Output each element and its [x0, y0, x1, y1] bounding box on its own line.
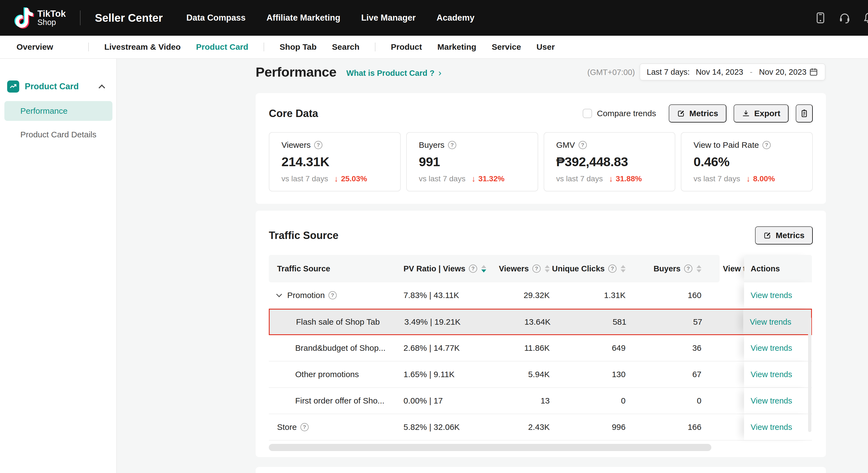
view-trends-link[interactable]: View trends	[751, 344, 792, 353]
buyers-value: 57	[626, 317, 702, 327]
help-icon[interactable]: ?	[469, 265, 477, 273]
tab-product-card[interactable]: Product Card	[196, 42, 248, 52]
top-app-bar: TikTok Shop Seller Center Data Compass A…	[0, 0, 868, 36]
view-trends-link[interactable]: View trends	[751, 423, 792, 432]
metric-label: Viewers	[281, 140, 311, 150]
sort-control[interactable]	[696, 265, 702, 272]
sort-down-icon[interactable]	[696, 269, 702, 272]
buyers-value: 67	[626, 370, 702, 379]
sidebar-section-label: Product Card	[25, 81, 99, 92]
tiktok-shop-logo[interactable]: TikTok Shop	[16, 8, 66, 28]
view-trends-link[interactable]: View trends	[751, 291, 792, 300]
unique-clicks-value: 996	[550, 423, 626, 432]
metrics-button-label: Metrics	[689, 109, 718, 118]
sidebar-item-performance[interactable]: Performance	[4, 101, 113, 121]
tab-livestream-video[interactable]: Livestream & Video	[104, 42, 181, 52]
view-trends-link[interactable]: View trends	[751, 396, 792, 405]
export-button-label: Export	[754, 109, 780, 118]
tiktok-note-icon	[16, 8, 33, 28]
bell-notifications-icon[interactable]	[863, 11, 868, 24]
sidebar-item-product-card-details[interactable]: Product Card Details	[4, 125, 113, 144]
metric-label: View to Paid Rate	[693, 140, 759, 150]
topbar-item-data-compass[interactable]: Data Compass	[186, 13, 245, 23]
sort-down-icon[interactable]	[621, 269, 626, 272]
traffic-source-name: Brand&budget of Shop...	[295, 343, 385, 353]
core-data-title: Core Data	[269, 108, 318, 120]
help-icon[interactable]: ?	[448, 141, 456, 149]
metric-label: GMV	[556, 140, 575, 150]
viewers-value: 13	[502, 396, 550, 405]
view-trends-link[interactable]: View trends	[751, 370, 792, 379]
viewers-value: 11.86K	[502, 343, 550, 353]
tab-shop-tab[interactable]: Shop Tab	[280, 42, 316, 52]
sort-up-icon[interactable]	[696, 265, 702, 268]
help-icon[interactable]: ?	[532, 265, 540, 273]
column-actions: Actions	[744, 255, 812, 282]
down-arrow-icon: ↓	[334, 174, 338, 183]
help-icon[interactable]: ?	[579, 141, 587, 149]
sort-up-icon[interactable]	[621, 265, 626, 268]
table-horizontal-scrollbar[interactable]	[269, 444, 812, 451]
tab-search[interactable]: Search	[332, 42, 360, 52]
vs-label: vs last 7 days	[419, 174, 466, 183]
table-row-store: Store? 5.82% | 32.06K 2.43K 996 166 View…	[269, 414, 812, 441]
metric-card-viewers: Viewers? 214.31K vs last 7 days↓25.03%	[269, 132, 401, 192]
table-vertical-scrollbar[interactable]	[808, 317, 811, 432]
tab-user[interactable]: User	[536, 42, 555, 52]
help-icon[interactable]: ?	[608, 265, 617, 273]
mobile-app-icon[interactable]	[814, 11, 827, 24]
change-percent: 31.88%	[616, 174, 642, 183]
horizontal-scrollbar-thumb[interactable]	[269, 444, 711, 451]
compare-trends-checkbox[interactable]	[583, 109, 592, 118]
help-icon[interactable]: ?	[301, 423, 309, 431]
sort-control[interactable]	[481, 265, 486, 272]
column-unique-clicks: Unique Clicks?	[550, 264, 626, 273]
traffic-source-name: Flash sale of Shop Tab	[296, 317, 380, 327]
unique-clicks-value: 581	[551, 317, 626, 327]
tab-divider	[375, 42, 375, 52]
metric-card-view-to-paid-rate: View to Paid Rate? 0.46% vs last 7 days↓…	[681, 132, 813, 192]
metrics-button-label: Metrics	[776, 231, 805, 240]
sort-up-icon[interactable]	[481, 265, 486, 268]
tab-service[interactable]: Service	[492, 42, 521, 52]
compare-trends-toggle[interactable]: Compare trends	[583, 109, 656, 118]
report-button[interactable]	[796, 104, 813, 123]
topbar-item-affiliate-marketing[interactable]: Affiliate Marketing	[266, 13, 340, 23]
sort-down-icon[interactable]	[545, 269, 550, 272]
help-icon[interactable]: ?	[329, 291, 337, 299]
sort-down-icon[interactable]	[481, 269, 486, 272]
date-separator: -	[750, 68, 752, 77]
topbar-item-live-manager[interactable]: Live Manager	[361, 13, 415, 23]
date-end: Nov 20, 2023	[759, 68, 807, 77]
tab-product[interactable]: Product	[391, 42, 422, 52]
sort-control[interactable]	[621, 265, 626, 272]
download-icon	[742, 109, 750, 117]
traffic-source-name: Other promotions	[295, 370, 359, 379]
table-row-flash-sale-highlighted: Flash sale of Shop Tab 3.49% | 19.21K 13…	[269, 309, 812, 335]
sort-up-icon[interactable]	[545, 265, 550, 268]
metric-value: 0.46%	[693, 154, 800, 169]
buyers-value: 160	[626, 291, 702, 300]
unique-clicks-value: 130	[550, 370, 626, 379]
next-section-panel	[256, 467, 826, 473]
viewers-value: 29.32K	[502, 291, 550, 300]
view-trends-link[interactable]: View trends	[750, 317, 791, 327]
what-is-product-card-link[interactable]: What is Product Card ? ›	[346, 68, 441, 78]
sidebar-section-product-card[interactable]: Product Card	[0, 76, 116, 97]
export-button[interactable]: Export	[734, 104, 788, 123]
date-range-picker[interactable]: Last 7 days: Nov 14, 2023 - Nov 20, 2023	[640, 63, 826, 80]
help-icon[interactable]: ?	[314, 141, 322, 149]
metrics-button[interactable]: Metrics	[669, 104, 726, 123]
pv-ratio-views-value: 5.82% | 32.06K	[390, 423, 502, 432]
headset-support-icon[interactable]	[838, 11, 851, 24]
viewers-value: 13.64K	[503, 317, 551, 327]
help-icon[interactable]: ?	[763, 141, 771, 149]
topbar-item-academy[interactable]: Academy	[436, 13, 474, 23]
tab-marketing[interactable]: Marketing	[437, 42, 476, 52]
tab-overview[interactable]: Overview	[17, 42, 53, 52]
help-icon[interactable]: ?	[684, 265, 692, 273]
chevron-down-icon[interactable]	[276, 291, 282, 297]
down-arrow-icon: ↓	[746, 174, 750, 183]
traffic-metrics-button[interactable]: Metrics	[755, 226, 813, 244]
sort-control[interactable]	[545, 265, 550, 272]
